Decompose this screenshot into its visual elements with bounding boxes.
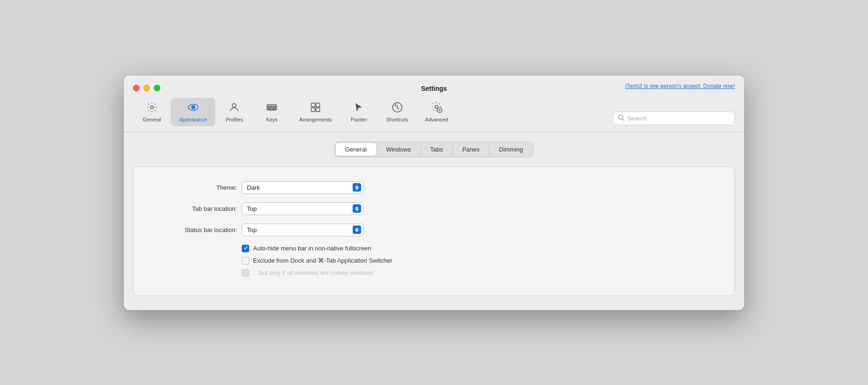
svg-point-3 [192,106,194,108]
toolbar-item-pointer[interactable]: Pointer [340,98,378,126]
toolbar-shortcuts-label: Shortcuts [386,117,408,122]
window-title: Settings [421,83,447,92]
svg-point-0 [150,106,153,109]
svg-rect-12 [311,103,315,107]
keys-icon [266,102,277,115]
sub-tabs-container: General Windows Tabs Panes Dimming [334,142,534,157]
tab-windows[interactable]: Windows [376,143,420,156]
svg-rect-10 [268,108,271,109]
tab-dimming[interactable]: Dimming [489,143,532,156]
toolbar-appearance-label: Appearance [179,117,207,122]
close-button[interactable] [133,85,140,91]
tab-general[interactable]: General [336,143,376,156]
search-icon [618,114,624,122]
hotkey-windows-label: …but only if all windows are hotkey wind… [253,269,374,276]
settings-window: Settings iTerm2 is one person's project.… [124,75,744,310]
toolbar-pointer-label: Pointer [351,117,367,122]
sub-tabs: General Windows Tabs Panes Dimming [133,142,735,157]
advanced-icon [430,101,442,115]
toolbar-item-keys[interactable]: Keys [253,98,291,126]
auto-hide-label[interactable]: Auto-hide menu bar in non-native fullscr… [253,245,371,252]
status-bar-label: Status bar location: [152,226,237,233]
theme-select[interactable]: Dark Light Minimal Compact Custom [242,181,364,194]
theme-row: Theme: Dark Light Minimal Compact Custom [152,181,716,194]
toolbar-item-general[interactable]: General [133,98,171,126]
toolbar-item-appearance[interactable]: Appearance [171,98,215,126]
auto-hide-checkbox[interactable] [242,245,249,252]
appearance-icon [188,102,199,115]
status-bar-row: Status bar location: Top Bottom [152,224,716,236]
svg-rect-11 [272,108,276,109]
toolbar-advanced-label: Advanced [425,117,448,122]
tab-bar-row: Tab bar location: Top Bottom Left Right [152,202,716,215]
traffic-lights [133,85,160,91]
toolbar-profiles-label: Profiles [226,117,243,122]
theme-select-wrapper: Dark Light Minimal Compact Custom [242,181,364,194]
toolbar-item-shortcuts[interactable]: Shortcuts [378,98,416,126]
content-area: General Windows Tabs Panes Dimming [124,132,744,310]
tab-panes[interactable]: Panes [452,143,489,156]
exclude-dock-label[interactable]: Exclude from Dock and ⌘-Tab Application … [253,257,392,264]
donate-link[interactable]: iTerm2 is one person's project. Donate n… [625,83,735,89]
tab-bar-label: Tab bar location: [152,205,237,212]
svg-rect-13 [316,103,320,107]
toolbar-item-arrangements[interactable]: Arrangements [291,98,340,126]
svg-rect-15 [316,108,320,112]
status-bar-select-wrapper: Top Bottom [242,224,364,236]
general-icon [146,102,158,115]
pointer-icon [353,102,364,115]
hotkey-windows-row: …but only if all windows are hotkey wind… [242,269,716,277]
status-bar-select[interactable]: Top Bottom [242,224,364,236]
toolbar-keys-label: Keys [266,117,277,122]
settings-panel: Theme: Dark Light Minimal Compact Custom [133,167,735,296]
search-box[interactable] [613,112,735,125]
svg-point-4 [232,104,236,107]
theme-label: Theme: [152,184,237,191]
svg-rect-8 [273,106,274,107]
exclude-dock-row: Exclude from Dock and ⌘-Tab Application … [242,257,716,265]
search-input[interactable] [627,115,730,122]
shortcuts-icon [392,102,403,115]
toolbar-arrangements-label: Arrangements [299,117,331,122]
auto-hide-row: Auto-hide menu bar in non-native fullscr… [242,245,716,252]
toolbar: General Appearance Profiles [124,92,744,132]
tab-tabs[interactable]: Tabs [420,143,452,156]
svg-rect-6 [268,106,269,107]
toolbar-item-profiles[interactable]: Profiles [215,98,253,126]
exclude-dock-checkbox[interactable] [242,257,249,265]
svg-point-17 [435,105,438,108]
profiles-icon [229,102,240,115]
titlebar: Settings iTerm2 is one person's project.… [124,75,744,92]
arrangements-icon [310,102,321,115]
tab-bar-select-wrapper: Top Bottom Left Right [242,202,364,215]
minimize-button[interactable] [143,85,150,91]
svg-rect-7 [270,106,272,107]
hotkey-windows-checkbox [242,269,249,277]
svg-rect-9 [275,106,276,107]
toolbar-general-label: General [142,117,161,122]
svg-rect-14 [311,108,315,112]
toolbar-item-advanced[interactable]: Advanced [417,97,457,126]
tab-bar-select[interactable]: Top Bottom Left Right [242,202,364,215]
maximize-button[interactable] [154,85,160,91]
